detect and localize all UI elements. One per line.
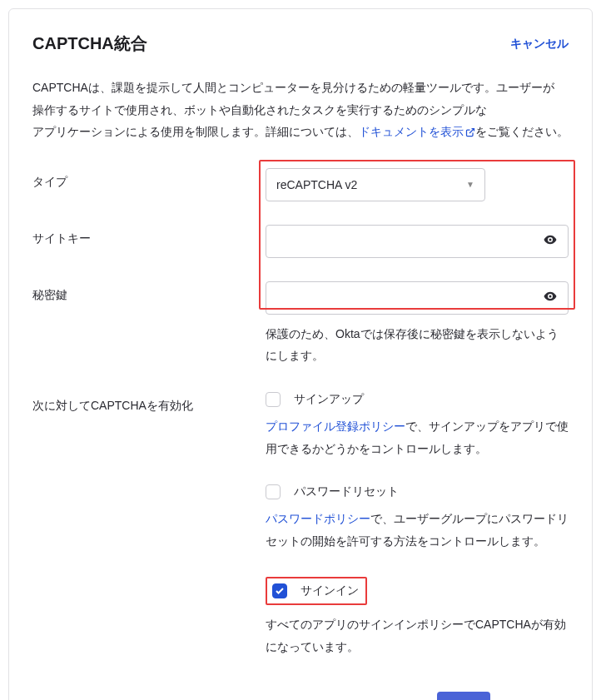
type-select[interactable]: reCAPTCHA v2 ▼ <box>266 168 485 201</box>
enable-row: 次に対してCAPTCHAを有効化 サインアップ プロファイル登録ポリシーで、サイ… <box>32 392 569 658</box>
secret-key-helper: 保護のため、Oktaでは保存後に秘密鍵を表示しないようにします。 <box>266 323 569 367</box>
pwreset-helper: パスワードポリシーで、ユーザーグループにパスワードリセットの開始を許可する方法を… <box>266 508 569 552</box>
page-title: CAPTCHA統合 <box>32 32 147 55</box>
signin-checkbox[interactable] <box>272 583 287 598</box>
footer: 保存 キャンセル <box>32 692 569 700</box>
secret-key-input[interactable] <box>276 291 543 305</box>
signin-section: サインイン すべてのアプリのサインインポリシーでCAPTCHAが有効になっていま… <box>266 577 569 658</box>
password-policy-link[interactable]: パスワードポリシー <box>266 512 370 525</box>
pwreset-checkbox-row: パスワードリセット <box>266 484 569 499</box>
type-select-value: reCAPTCHA v2 <box>276 178 466 191</box>
svg-line-0 <box>469 129 474 134</box>
enable-label: 次に対してCAPTCHAを有効化 <box>32 392 266 414</box>
site-key-label: サイトキー <box>32 225 266 246</box>
captcha-settings-panel: CAPTCHA統合 キャンセル CAPTCHAは、課題を提示して人間とコンピュー… <box>8 8 593 700</box>
signup-section: サインアップ プロファイル登録ポリシーで、サインアップをアプリで使用できるかどう… <box>266 392 569 459</box>
signin-helper: すべてのアプリのサインインポリシーでCAPTCHAが有効になっています。 <box>266 613 569 658</box>
panel-header: CAPTCHA統合 キャンセル <box>32 32 569 55</box>
type-label: タイプ <box>32 168 266 190</box>
eye-icon[interactable] <box>543 289 558 307</box>
secret-key-input-wrap <box>266 281 569 315</box>
signup-checkbox[interactable] <box>266 392 281 407</box>
site-key-input[interactable] <box>276 235 543 248</box>
site-key-row: サイトキー <box>32 225 569 258</box>
external-link-icon <box>465 127 475 137</box>
chevron-down-icon: ▼ <box>466 180 474 189</box>
description-line2: 操作するサイトで使用され、ボットや自動化されたタスクを実行するためのシンプルな <box>32 103 487 117</box>
description-line3a: アプリケーションによる使用を制限します。詳細については、 <box>32 125 359 138</box>
highlight-box-signin: サインイン <box>266 577 367 605</box>
description-text: CAPTCHAは、課題を提示して人間とコンピューターを見分けるための軽量ツールで… <box>32 77 569 143</box>
signin-label: サインイン <box>300 583 359 598</box>
pwreset-checkbox[interactable] <box>266 484 281 499</box>
description-line1: CAPTCHAは、課題を提示して人間とコンピューターを見分けるための軽量ツールで… <box>32 81 554 94</box>
signup-label: サインアップ <box>294 392 364 407</box>
pwreset-label: パスワードリセット <box>294 484 399 499</box>
secret-key-row: 秘密鍵 保護のため、Oktaでは保存後に秘密鍵を表示しないようにします。 <box>32 281 569 367</box>
header-cancel-link[interactable]: キャンセル <box>510 37 569 52</box>
pwreset-section: パスワードリセット パスワードポリシーで、ユーザーグループにパスワードリセットの… <box>266 484 569 552</box>
profile-policy-link[interactable]: プロファイル登録ポリシー <box>266 420 405 433</box>
description-line3b: をご覧ください。 <box>475 125 569 138</box>
eye-icon[interactable] <box>543 232 558 251</box>
secret-key-label: 秘密鍵 <box>32 281 266 303</box>
signup-helper: プロファイル登録ポリシーで、サインアップをアプリで使用できるかどうかをコントロー… <box>266 415 569 459</box>
signup-checkbox-row: サインアップ <box>266 392 569 407</box>
site-key-input-wrap <box>266 225 569 258</box>
type-row: タイプ reCAPTCHA v2 ▼ <box>32 168 569 201</box>
docs-link[interactable]: ドキュメントを表示 <box>359 125 475 138</box>
save-button[interactable]: 保存 <box>437 692 490 700</box>
